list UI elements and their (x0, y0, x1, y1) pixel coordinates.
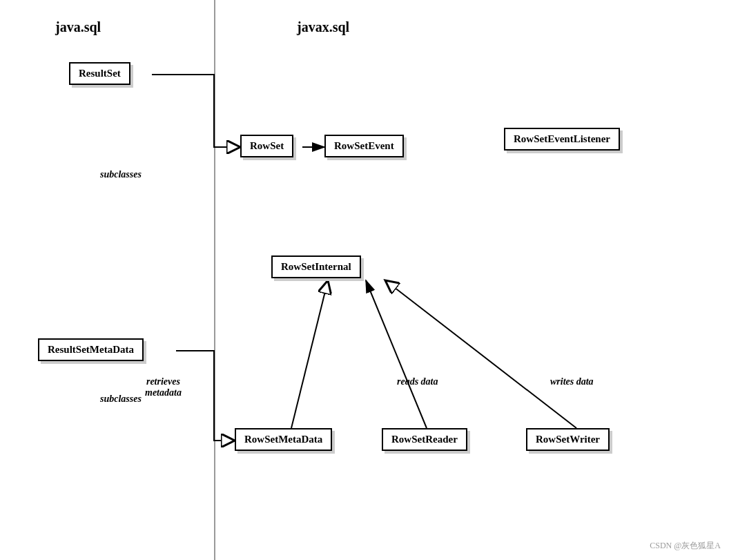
reads-data-label: reads data (397, 376, 438, 387)
box-resultset: ResultSet (69, 62, 130, 85)
retrieves-metadata-label: retrieves metadata (145, 376, 182, 398)
watermark: CSDN @灰色狐星A (650, 540, 721, 552)
subclasses1-label: subclasses (100, 169, 142, 180)
box-rowsetmetadata: RowSetMetaData (235, 428, 332, 451)
box-resultsetmetadata: ResultSetMetaData (38, 338, 144, 361)
box-rowseteventlistener: RowSetEventListener (504, 128, 620, 151)
package-divider (214, 0, 215, 560)
javax-sql-label: javax.sql (297, 19, 349, 35)
box-rowsetwriter: RowSetWriter (526, 428, 610, 451)
writes-data-label: writes data (550, 376, 594, 387)
java-sql-label: java.sql (55, 19, 101, 35)
diagram-container: java.sql javax.sql (0, 0, 729, 560)
box-rowsetevent: RowSetEvent (324, 135, 404, 157)
subclasses1-arrow (152, 75, 240, 147)
reads-data-arrow (366, 280, 427, 428)
box-rowsetreader: RowSetReader (382, 428, 467, 451)
retrieves-metadata-arrow (291, 280, 328, 428)
subclasses2-label: subclasses (100, 394, 142, 405)
subclasses2-arrow (176, 351, 235, 441)
writes-data-arrow (385, 280, 576, 428)
box-rowsetinternal: RowSetInternal (271, 255, 361, 278)
box-rowset: RowSet (240, 135, 293, 157)
